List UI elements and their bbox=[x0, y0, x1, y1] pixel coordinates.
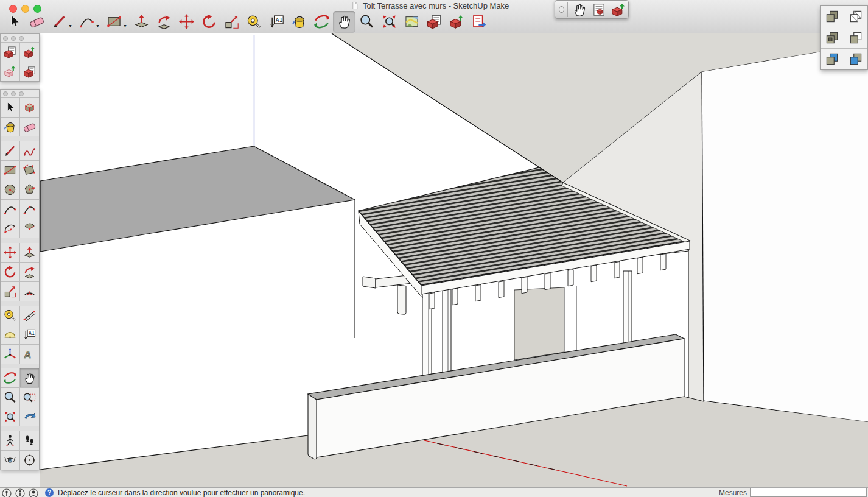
toolbar-send-to-layout-button[interactable] bbox=[468, 11, 491, 33]
tool-three-point-arc[interactable] bbox=[20, 200, 39, 219]
toolbar-add-location-button[interactable] bbox=[401, 11, 423, 33]
toolbar-two-point-arc-button[interactable]: ▼ bbox=[75, 11, 103, 33]
toolbar-paint-bucket-button[interactable] bbox=[288, 11, 310, 33]
tool-look-around[interactable] bbox=[1, 451, 19, 470]
tool-arc[interactable] bbox=[1, 219, 19, 238]
toolbar-line-button[interactable]: ▼ bbox=[48, 11, 75, 33]
toolbar-tape-measure-button[interactable] bbox=[243, 11, 265, 33]
toolbar-text-button[interactable] bbox=[265, 11, 288, 33]
tool-pie[interactable] bbox=[20, 219, 39, 238]
tool-components[interactable] bbox=[589, 1, 609, 18]
tool-select[interactable] bbox=[1, 98, 19, 117]
tool-move[interactable] bbox=[1, 243, 19, 262]
tool-eraser[interactable] bbox=[20, 118, 39, 136]
zoom-extents-icon bbox=[381, 13, 397, 30]
tool-wireframe[interactable] bbox=[844, 6, 867, 27]
toolbar-share-model-button[interactable] bbox=[446, 11, 468, 33]
tool-share-component[interactable] bbox=[1, 62, 19, 81]
tool-monochrome[interactable] bbox=[844, 49, 867, 69]
tool-zoom-extents[interactable] bbox=[1, 407, 19, 426]
tool-orbit[interactable] bbox=[1, 368, 19, 387]
tool-two-point-arc[interactable] bbox=[1, 200, 19, 219]
toolbar-orbit-button[interactable] bbox=[310, 11, 333, 33]
tool-protractor[interactable] bbox=[1, 325, 19, 344]
status-message: Déplacez le curseur dans la direction vo… bbox=[58, 488, 305, 497]
tool-rotated-rectangle[interactable] bbox=[20, 161, 39, 180]
toolbar-select-button[interactable] bbox=[3, 11, 26, 33]
monochrome-icon bbox=[848, 51, 864, 67]
tool-position-camera[interactable] bbox=[1, 431, 19, 450]
share-component-icon bbox=[3, 65, 17, 79]
tool-pan[interactable] bbox=[570, 1, 589, 18]
tool-axes[interactable] bbox=[1, 345, 19, 364]
tool-follow-me[interactable] bbox=[20, 263, 39, 281]
measurements-input[interactable] bbox=[750, 488, 867, 497]
pergola-beam-tab[interactable] bbox=[397, 285, 406, 314]
tool-shaded[interactable] bbox=[821, 6, 844, 27]
toolbar-zoom-extents-button[interactable] bbox=[378, 11, 401, 33]
toolbar-scale-button[interactable] bbox=[220, 11, 243, 33]
tool-turn[interactable] bbox=[20, 451, 39, 470]
tool-paint-bucket[interactable] bbox=[1, 118, 19, 136]
tool-line[interactable] bbox=[1, 141, 19, 160]
tool-3d-text[interactable] bbox=[20, 345, 39, 364]
parapet-left-end-face[interactable] bbox=[308, 394, 317, 459]
toolbar-pan-button[interactable] bbox=[333, 11, 355, 33]
toolbar-push-pull-button[interactable] bbox=[130, 11, 153, 33]
tool-circle[interactable] bbox=[1, 180, 19, 199]
tool-xray[interactable] bbox=[821, 49, 844, 69]
axes-icon bbox=[3, 347, 17, 361]
line-icon bbox=[51, 13, 68, 30]
model-viewport[interactable] bbox=[40, 33, 868, 487]
tool-get-models[interactable] bbox=[1, 43, 19, 62]
toolbar-rotate-button[interactable] bbox=[198, 11, 220, 33]
toolbar-move-button[interactable] bbox=[175, 11, 198, 33]
circle-icon bbox=[3, 183, 17, 197]
face-style-toolbar bbox=[820, 5, 868, 70]
warehouse-palette-header[interactable] bbox=[1, 34, 39, 43]
tool-previous-view[interactable] bbox=[20, 407, 39, 426]
document-icon bbox=[351, 1, 359, 10]
tool-zoom-window[interactable] bbox=[20, 388, 39, 407]
select-icon bbox=[6, 13, 23, 30]
tool-rectangle[interactable] bbox=[1, 161, 19, 180]
look-around-icon bbox=[3, 453, 17, 467]
tool-palette-header[interactable] bbox=[1, 90, 39, 98]
help-icon[interactable]: ? bbox=[45, 488, 54, 497]
tool-zoom[interactable] bbox=[1, 388, 19, 407]
components-icon bbox=[591, 2, 607, 18]
palette-close-icon[interactable] bbox=[559, 6, 564, 13]
dropdown-arrow-icon[interactable]: ▼ bbox=[96, 24, 100, 28]
tool-pan[interactable] bbox=[20, 368, 39, 387]
dropdown-arrow-icon[interactable]: ▼ bbox=[68, 24, 72, 28]
tool-scale[interactable] bbox=[1, 282, 19, 301]
tool-share-model[interactable] bbox=[20, 43, 39, 62]
tool-text[interactable] bbox=[20, 325, 39, 344]
tool-share-model[interactable] bbox=[609, 1, 628, 18]
tool-walk[interactable] bbox=[20, 431, 39, 450]
clipped-palette-icons[interactable] bbox=[0, 488, 40, 497]
paint-bucket-icon bbox=[291, 13, 307, 30]
toolbar-eraser-button[interactable] bbox=[26, 11, 48, 33]
tool-make-component[interactable] bbox=[20, 98, 39, 117]
dropdown-arrow-icon[interactable]: ▼ bbox=[123, 24, 127, 28]
tool-tape-measure[interactable] bbox=[1, 306, 19, 325]
tool-dimensions[interactable] bbox=[20, 306, 39, 325]
right-wall-front-face[interactable] bbox=[702, 44, 868, 422]
back-wall-recess[interactable] bbox=[514, 287, 564, 360]
toolbar-zoom-button[interactable] bbox=[355, 11, 378, 33]
tool-3d-warehouse[interactable] bbox=[20, 62, 39, 81]
tool-push-pull[interactable] bbox=[20, 243, 39, 262]
tool-rotate[interactable] bbox=[1, 263, 19, 281]
wireframe-icon bbox=[848, 9, 864, 24]
toolbar-rectangle-button[interactable]: ▼ bbox=[103, 11, 130, 33]
tool-freehand[interactable] bbox=[20, 141, 39, 160]
tool-hidden-line[interactable] bbox=[844, 27, 867, 48]
toolbar-follow-me-button[interactable] bbox=[153, 11, 175, 33]
tool-shaded-textures[interactable] bbox=[821, 27, 844, 48]
tool-offset[interactable] bbox=[20, 282, 39, 301]
tool-polygon[interactable] bbox=[20, 180, 39, 199]
share-model-icon bbox=[23, 45, 37, 59]
toolbar-get-models-button[interactable] bbox=[423, 11, 446, 33]
pergola-beam-left-end[interactable] bbox=[363, 277, 376, 288]
